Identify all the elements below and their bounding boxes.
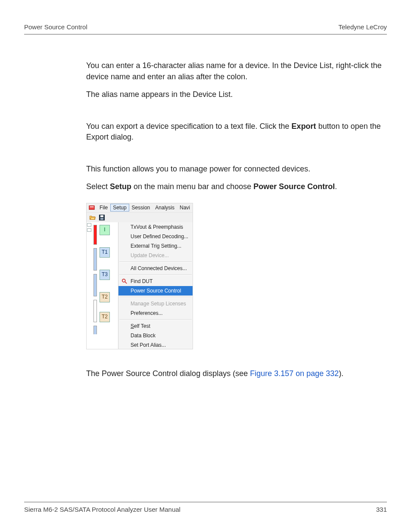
header-right: Teledyne LeCroy (338, 23, 387, 31)
cross-reference-link[interactable]: Figure 3.157 on page 332 (250, 369, 339, 378)
menu-navi[interactable]: Navi (177, 204, 193, 212)
port-badge-T2[interactable]: T2 (100, 292, 110, 302)
app-icon (88, 204, 95, 211)
svg-rect-4 (100, 218, 103, 220)
header-left: Power Source Control (24, 23, 87, 31)
svg-rect-0 (89, 206, 94, 210)
paragraph: This function allows you to manage power… (86, 164, 388, 175)
menubar: FileSetupSessionAnalysisNavi (87, 203, 193, 213)
menu-separator (119, 274, 192, 275)
save-icon[interactable] (98, 214, 106, 221)
menu-analysis[interactable]: Analysis (153, 204, 177, 212)
menu-item-txvout-preemphasis[interactable]: TxVout & Preemphasis (118, 222, 193, 232)
paragraph: The Power Source Control dialog displays… (86, 368, 388, 380)
menu-separator (119, 261, 192, 262)
menu-session[interactable]: Session (129, 204, 153, 212)
port-badge-T2b[interactable]: T2 (100, 312, 110, 322)
menu-item-user-defined-decoding[interactable]: User Defined Decoding... (118, 232, 193, 241)
menu-setup[interactable]: Setup (110, 204, 129, 212)
menu-item-self-test[interactable]: Self Test (118, 321, 193, 331)
paragraph: The alias name appears in the Device Lis… (86, 89, 388, 100)
menu-item-find-dut[interactable]: Find DUT (118, 277, 193, 286)
toolbar (87, 213, 193, 222)
paragraph: You can enter a 16-character alias name … (86, 60, 388, 82)
menu-item-all-connected-devices[interactable]: All Connected Devices... (118, 264, 193, 273)
svg-point-5 (122, 279, 125, 282)
page-number: 331 (376, 506, 387, 513)
embedded-screenshot: FileSetupSessionAnalysisNavi (86, 203, 193, 349)
menu-separator (119, 297, 192, 298)
port-badge-T1[interactable]: T1 (100, 247, 110, 258)
page-footer: Sierra M6-2 SAS/SATA Protocol Analyzer U… (24, 502, 387, 513)
bold-text: Power Source Control (253, 182, 335, 191)
svg-rect-1 (90, 207, 94, 208)
menu-file[interactable]: File (97, 204, 110, 212)
menu-item-set-port-alias[interactable]: Set Port Alias... (118, 340, 193, 349)
menu-item-external-trig-setting[interactable]: External Trig Setting... (118, 241, 193, 251)
menu-item-preferences[interactable]: Preferences... (118, 308, 193, 318)
footer-left: Sierra M6-2 SAS/SATA Protocol Analyzer U… (24, 506, 181, 513)
svg-line-6 (125, 282, 127, 283)
left-panel: I T1 T3 T2 T2 (87, 222, 118, 349)
bold-text: Export (292, 122, 316, 131)
menu-item-power-source-control[interactable]: Power Source Control (118, 286, 193, 296)
menu-item-manage-setup-licenses: Manage Setup Licenses (118, 299, 193, 308)
svg-rect-3 (100, 215, 103, 217)
menu-separator (119, 319, 192, 320)
find-icon (121, 278, 128, 285)
page-header: Power Source Control Teledyne LeCroy (24, 23, 387, 34)
paragraph: Select Setup on the main menu bar and ch… (86, 181, 388, 193)
paragraph: You can export a device specification to… (86, 121, 388, 143)
page-body: You can enter a 16-character alias name … (86, 60, 388, 379)
port-badge-T3[interactable]: T3 (100, 270, 110, 280)
port-badge-I[interactable]: I (100, 225, 110, 235)
menu-item-data-block[interactable]: Data Block (118, 331, 193, 340)
menu-item-update-device: Update Device... (118, 251, 193, 260)
bold-text: Setup (110, 182, 131, 191)
setup-dropdown-menu: TxVout & PreemphasisUser Defined Decodin… (118, 222, 193, 349)
open-icon[interactable] (88, 214, 96, 221)
